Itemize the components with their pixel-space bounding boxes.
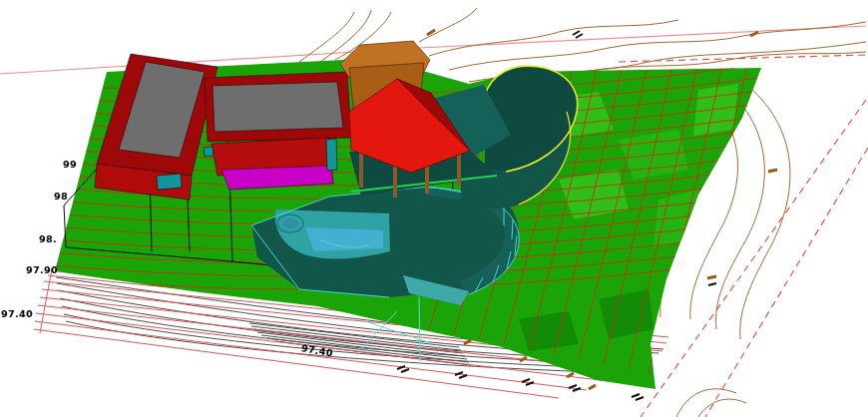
tick-mark	[573, 31, 583, 38]
cad-3d-viewport[interactable]: 99 98 98. 97.90 97.40 97.40	[0, 0, 868, 417]
tick-mark	[708, 283, 716, 285]
house-window-teal	[157, 174, 182, 190]
house-roof-right	[213, 82, 343, 132]
elevation-label: 98.	[39, 233, 57, 244]
station-mark	[750, 32, 758, 36]
elevation-label: 97.40	[1, 308, 33, 319]
tick-mark	[632, 394, 644, 400]
contour-line	[698, 399, 746, 417]
contour-line	[419, 8, 477, 42]
site-model-canvas[interactable]: 99 98 98. 97.90 97.40 97.40	[0, 0, 868, 417]
contour-line	[676, 389, 736, 417]
station-mark	[520, 357, 527, 361]
pool-water	[305, 227, 383, 251]
contour-line	[429, 20, 678, 56]
elevation-label: 99	[63, 159, 77, 170]
station-mark	[768, 170, 777, 172]
tick-mark	[522, 379, 534, 385]
spa-water	[282, 218, 298, 228]
station-mark	[589, 385, 596, 389]
elevation-label: 98	[54, 191, 68, 202]
tick-mark	[455, 372, 467, 378]
boundary-dashed-right-outer	[705, 148, 868, 417]
station-mark	[707, 276, 716, 278]
contour-line	[449, 22, 866, 70]
station-mark	[464, 340, 471, 344]
awning-teal-box	[326, 139, 337, 171]
house-window-teal-small	[204, 147, 214, 157]
elevation-label: 97.90	[26, 264, 58, 275]
